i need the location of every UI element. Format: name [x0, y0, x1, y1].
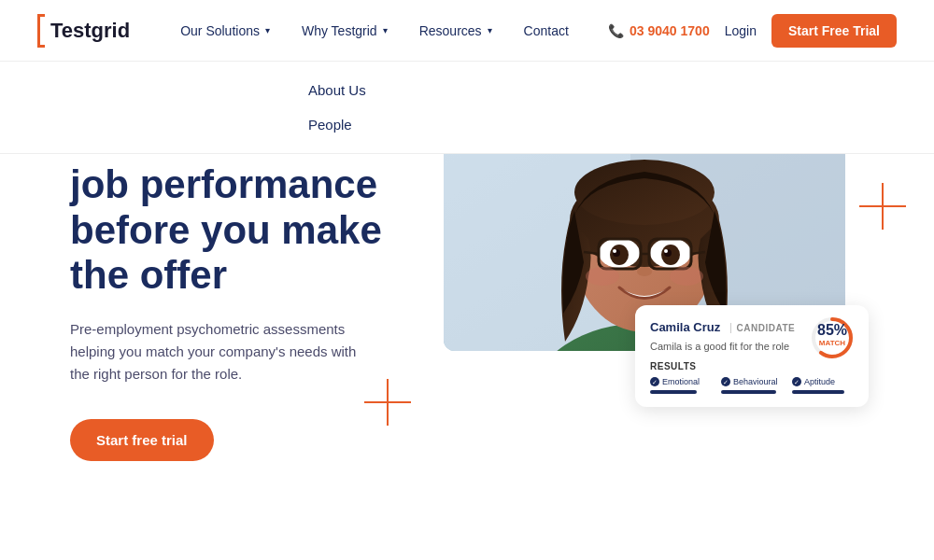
result-aptitude: Aptitude: [792, 377, 854, 394]
nav-our-solutions-label: Our Solutions: [180, 23, 260, 38]
start-free-trial-button[interactable]: Start Free Trial: [771, 14, 897, 48]
results-label: RESULTS: [650, 361, 854, 371]
dropdown-item-people[interactable]: People: [290, 107, 934, 142]
chevron-down-icon: ▾: [383, 25, 388, 35]
svg-point-22: [670, 267, 703, 286]
nav-contact[interactable]: Contact: [511, 16, 582, 46]
nav-contact-label: Contact: [524, 23, 569, 38]
hero-text: See their on-the-job performance before …: [70, 108, 425, 461]
result-behavioural-label: Behavioural: [721, 377, 783, 386]
result-aptitude-bar: [792, 390, 844, 394]
card-name-area: Camila Cruz CANDIDATE: [650, 318, 795, 335]
svg-text:85%: 85%: [817, 322, 847, 338]
nav-why-testgrid-label: Why Testgrid: [302, 23, 377, 38]
result-emotional-label: Emotional: [650, 377, 712, 386]
candidate-card: Camila Cruz CANDIDATE Camila is a good f…: [635, 305, 869, 407]
logo-bracket: [37, 14, 45, 48]
nav-resources[interactable]: Resources ▾: [406, 16, 505, 46]
candidate-name: Camila Cruz: [650, 320, 720, 334]
phone-icon: 📞: [608, 23, 624, 38]
phone-number-text: 03 9040 1700: [630, 23, 710, 38]
nav-right: 📞 03 9040 1700 Login Start Free Trial: [608, 14, 897, 48]
result-behavioural-bar: [721, 390, 776, 394]
hero-description: Pre-employment psychometric assessments …: [70, 318, 369, 385]
hero-cta-button[interactable]: Start free trial: [70, 419, 214, 461]
results-row: Emotional Behavioural: [650, 377, 854, 394]
dropdown-menu: About Us People: [0, 62, 934, 154]
chevron-down-icon: ▾: [265, 25, 270, 35]
svg-point-19: [664, 249, 668, 253]
result-aptitude-label: Aptitude: [792, 377, 854, 386]
nav-resources-label: Resources: [419, 23, 482, 38]
navbar: Testgrid Our Solutions ▾ Why Testgrid ▾ …: [0, 0, 934, 62]
result-behavioural: Behavioural: [721, 377, 783, 394]
nav-items: Our Solutions ▾ Why Testgrid ▾ Resources…: [167, 16, 608, 46]
login-button[interactable]: Login: [725, 23, 757, 38]
match-circle: 85% MATCH: [809, 315, 856, 361]
results-section: RESULTS Emotional Behavioural: [650, 361, 854, 394]
chevron-down-icon: ▾: [488, 25, 492, 35]
nav-why-testgrid[interactable]: Why Testgrid ▾: [289, 16, 401, 46]
nav-our-solutions[interactable]: Our Solutions ▾: [167, 16, 283, 46]
svg-text:MATCH: MATCH: [819, 339, 846, 347]
logo-text: Testgrid: [50, 19, 130, 43]
svg-point-18: [613, 249, 616, 253]
svg-point-23: [574, 160, 715, 225]
result-emotional-bar: [650, 390, 697, 394]
svg-point-20: [637, 267, 652, 276]
candidate-tag: CANDIDATE: [730, 323, 796, 333]
svg-point-21: [586, 267, 619, 286]
result-emotional: Emotional: [650, 377, 712, 394]
check-icon-behavioural: [721, 377, 730, 386]
check-icon-aptitude: [792, 377, 801, 386]
phone-number: 📞 03 9040 1700: [608, 23, 710, 38]
logo[interactable]: Testgrid: [37, 14, 130, 48]
check-icon-emotional: [650, 377, 659, 386]
dropdown-item-about-us[interactable]: About Us: [290, 73, 934, 107]
